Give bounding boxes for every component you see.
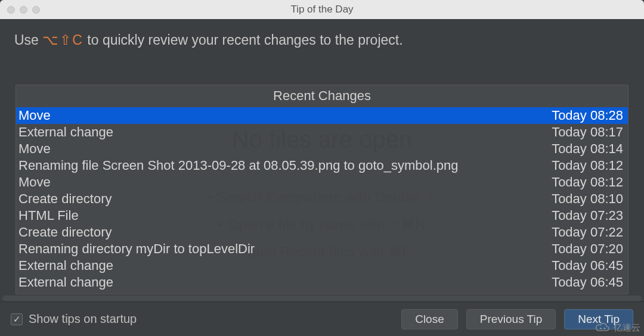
row-label: Move — [18, 108, 51, 123]
checkbox-box[interactable]: ✓ — [11, 313, 23, 325]
recent-change-row[interactable]: Create directoryToday 07:22 — [16, 224, 628, 241]
recent-change-row[interactable]: MoveToday 08:14 — [16, 141, 628, 157]
row-label: External change — [18, 258, 113, 273]
row-time: Today 07:20 — [544, 241, 623, 257]
dialog-footer: ✓ Show tips on startup Close Previous Ti… — [0, 301, 644, 336]
row-time: Today 08:12 — [544, 175, 623, 190]
row-time: Today 08:12 — [544, 158, 623, 173]
window-titlebar: Tip of the Day — [0, 0, 644, 19]
recent-change-row[interactable]: External changeToday 06:45 — [16, 257, 628, 274]
tip-suffix: to quickly review your recent changes to… — [83, 32, 403, 48]
recent-change-row[interactable]: MoveToday 08:28 — [16, 107, 628, 124]
recent-changes-list[interactable]: MoveToday 08:28External changeToday 08:1… — [16, 107, 628, 294]
recent-change-row[interactable]: External changeToday 06:45 — [16, 291, 628, 294]
row-label: Move — [18, 141, 51, 157]
show-tips-checkbox[interactable]: ✓ Show tips on startup — [11, 312, 137, 326]
recent-change-row[interactable]: External changeToday 08:17 — [16, 124, 628, 141]
close-button[interactable]: Close — [401, 309, 458, 329]
row-label: Create directory — [18, 225, 112, 240]
next-tip-button[interactable]: Next Tip — [564, 309, 633, 329]
row-label: HTML File — [18, 208, 79, 223]
previous-tip-button[interactable]: Previous Tip — [466, 309, 556, 329]
row-time: Today 07:22 — [544, 225, 623, 240]
dialog-content: Use ⌥⇧C to quickly review your recent ch… — [0, 19, 644, 301]
row-time: Today 07:23 — [544, 208, 623, 223]
minimize-window-icon[interactable] — [20, 6, 27, 14]
row-time: Today 08:10 — [544, 191, 623, 207]
row-time: Today 08:14 — [544, 141, 623, 157]
close-window-icon[interactable] — [7, 6, 15, 14]
tip-text: Use ⌥⇧C to quickly review your recent ch… — [0, 19, 644, 58]
recent-change-row[interactable]: Create directoryToday 08:10 — [16, 191, 628, 207]
recent-change-row[interactable]: MoveToday 08:12 — [16, 174, 628, 191]
recent-change-row[interactable]: External changeToday 06:45 — [16, 274, 628, 291]
checkbox-label: Show tips on startup — [29, 312, 137, 326]
row-time: Today 06:45 — [544, 275, 623, 290]
horizontal-scrollbar[interactable] — [2, 295, 642, 301]
row-time: Today 06:45 — [544, 258, 623, 273]
popup-title: Recent Changes — [16, 85, 628, 107]
tip-prefix: Use — [14, 32, 42, 48]
recent-changes-popup[interactable]: Recent Changes MoveToday 08:28External c… — [16, 85, 628, 294]
window-title: Tip of the Day — [0, 4, 644, 15]
row-label: Renaming directory myDir to topLevelDir — [18, 241, 255, 257]
row-label: External change — [18, 125, 113, 140]
row-time: Today 06:45 — [544, 291, 623, 294]
row-label: Create directory — [18, 191, 112, 207]
row-time: Today 08:28 — [544, 108, 623, 123]
recent-change-row[interactable]: Renaming directory myDir to topLevelDirT… — [16, 241, 628, 257]
row-label: External change — [18, 291, 113, 294]
checkmark-icon: ✓ — [13, 314, 21, 325]
row-label: Move — [18, 175, 51, 190]
keyboard-shortcut: ⌥⇧C — [42, 32, 83, 48]
row-label: Renaming file Screen Shot 2013-09-28 at … — [18, 158, 459, 173]
traffic-lights — [7, 6, 40, 14]
row-time: Today 08:17 — [544, 125, 623, 140]
row-label: External change — [18, 275, 113, 290]
recent-change-row[interactable]: Renaming file Screen Shot 2013-09-28 at … — [16, 157, 628, 174]
zoom-window-icon[interactable] — [32, 6, 40, 14]
recent-change-row[interactable]: HTML FileToday 07:23 — [16, 207, 628, 224]
